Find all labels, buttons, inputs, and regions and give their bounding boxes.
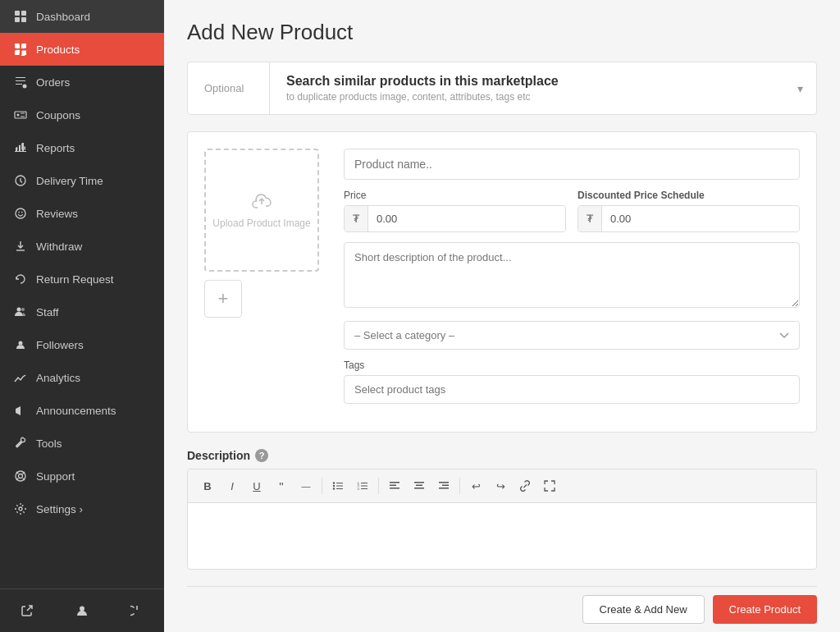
user-icon[interactable] [69,598,95,624]
sidebar-label-coupons: Coupons [36,109,80,121]
announcements-icon [13,403,28,418]
svg-rect-7 [22,51,27,56]
sidebar-label-dashboard: Dashboard [36,11,90,23]
svg-rect-13 [22,143,24,151]
svg-point-26 [333,488,335,489]
align-center-button[interactable] [408,474,431,497]
category-select[interactable]: – Select a category – [344,321,800,350]
add-image-button[interactable]: + [204,280,242,318]
blockquote-button[interactable]: " [270,474,293,497]
short-description-textarea[interactable] [344,242,800,308]
svg-rect-39 [414,488,424,489]
orders-icon [13,75,28,89]
sidebar-label-announcements: Announcements [36,405,116,417]
sidebar-item-products[interactable]: Products [0,33,164,66]
sidebar-item-followers[interactable]: Followers [0,328,164,361]
fullscreen-button[interactable] [538,474,561,497]
actions-row: Create & Add New Create Product [187,586,817,624]
delivery-time-icon [13,173,28,188]
unordered-list-button[interactable] [326,474,349,497]
sidebar-item-settings[interactable]: Settings › [0,492,164,525]
external-link-icon[interactable] [14,598,40,624]
align-left-button[interactable] [383,474,406,497]
bold-button[interactable]: B [196,474,219,497]
svg-point-17 [21,308,25,311]
underline-button[interactable]: U [245,474,268,497]
svg-rect-40 [439,482,449,483]
sidebar-item-tools[interactable]: Tools [0,427,164,460]
sidebar-label-reports: Reports [36,142,75,154]
align-right-button[interactable] [432,474,455,497]
ordered-list-button[interactable]: 1.2.3. [351,474,374,497]
settings-icon [13,501,28,516]
redo-button[interactable]: ↪ [489,474,512,497]
sidebar-item-support[interactable]: Support [0,460,164,492]
sidebar-label-return-request: Return Request [36,273,114,286]
sidebar-item-coupons[interactable]: Coupons [0,98,164,131]
create-and-add-new-button[interactable]: Create & Add New [582,595,705,624]
tools-icon [13,436,28,451]
svg-point-24 [333,485,335,487]
strikethrough-button[interactable]: — [294,474,317,497]
description-section: Description ? B I U " — 1.2.3. [187,449,817,570]
discounted-price-input[interactable] [602,206,799,231]
tags-input[interactable] [344,375,800,404]
sidebar-label-withdraw: Withdraw [36,240,82,253]
chevron-down-icon[interactable]: ▾ [784,82,816,95]
followers-icon [13,337,28,352]
upload-area: Upload Product Image + [204,149,327,404]
sidebar-label-analytics: Analytics [36,372,80,384]
undo-button[interactable]: ↩ [464,474,487,497]
svg-rect-11 [16,148,17,151]
upload-image-box[interactable]: Upload Product Image [204,149,319,272]
coupons-icon [13,108,28,122]
svg-point-19 [19,474,23,479]
search-marketplace-content: Search similar products in this marketpl… [270,62,784,114]
sidebar-item-staff[interactable]: Staff [0,295,164,328]
svg-rect-5 [22,44,27,48]
sidebar-label-delivery-time: Delivery Time [36,175,103,187]
sidebar-item-reviews[interactable]: Reviews [0,197,164,230]
price-input[interactable] [368,206,565,231]
sidebar-label-staff: Staff [36,306,59,318]
svg-rect-14 [15,151,26,152]
sidebar-item-withdraw[interactable]: Withdraw [0,230,164,263]
svg-rect-41 [442,485,449,487]
product-name-input[interactable] [344,149,800,180]
optional-label: Optional [188,62,270,114]
svg-rect-23 [336,483,343,483]
svg-rect-0 [15,11,20,16]
power-icon[interactable] [124,598,150,624]
sidebar-bottom [0,588,164,632]
link-button[interactable] [514,474,536,497]
italic-button[interactable]: I [221,474,244,497]
svg-rect-38 [416,485,422,487]
sidebar-item-orders[interactable]: Orders [0,66,164,98]
search-marketplace-title: Search similar products in this marketpl… [286,74,768,89]
sidebar-label-support: Support [36,470,75,483]
plus-icon: + [218,288,229,309]
toolbar-separator-1 [322,478,322,494]
sidebar-item-dashboard[interactable]: Dashboard [0,0,164,33]
sidebar-item-announcements[interactable]: Announcements [0,394,164,427]
search-marketplace-box: Optional Search similar products in this… [187,62,817,115]
sidebar-item-reports[interactable]: Reports [0,131,164,164]
svg-rect-2 [15,17,20,22]
svg-rect-12 [19,145,21,151]
sidebar-label-followers: Followers [36,339,84,351]
svg-rect-4 [15,44,20,48]
create-product-button[interactable]: Create Product [713,595,817,624]
sidebar-item-analytics[interactable]: Analytics [0,361,164,394]
description-label: Description [187,449,250,462]
svg-rect-31 [361,486,368,487]
sidebar-item-delivery-time[interactable]: Delivery Time [0,164,164,197]
help-icon[interactable]: ? [255,449,268,462]
editor-content-area[interactable] [188,503,816,569]
discounted-price-input-wrap: ₮ [578,205,800,232]
price-row: Price ₮ Discounted Price Schedule ₮ [344,190,800,232]
sidebar-item-return-request[interactable]: Return Request [0,263,164,295]
discounted-price-label: Discounted Price Schedule [578,190,800,201]
toolbar-separator-2 [378,478,379,494]
reports-icon [13,140,28,155]
form-main-row: Upload Product Image + Price ₮ [204,149,800,404]
